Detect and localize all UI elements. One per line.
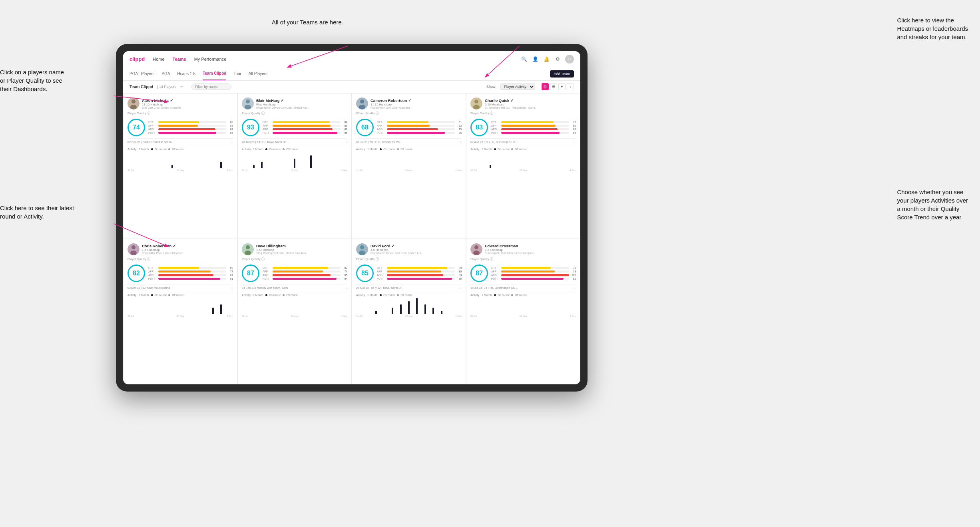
round-arrow[interactable]: → [573,140,576,144]
sub-nav-pgat[interactable]: PGAT Players [129,67,154,80]
quality-circle[interactable]: 93 [242,119,259,136]
sort-button[interactable]: ↕ [567,83,574,90]
chart-bar [275,298,282,314]
quality-section[interactable]: 93 OTT 84 APP 85 ARG 88 [242,119,347,136]
sub-nav-pga[interactable]: PGA [161,67,170,80]
round-arrow[interactable]: → [344,140,347,144]
player-info: Cameron Robertson ✓ 11-15 Handicap Royal… [370,98,462,109]
player-name[interactable]: Edward Crossman [485,244,576,248]
player-card[interactable]: Cameron Robertson ✓ 11-15 Handicap Royal… [352,93,466,239]
stat-bar-container-ott [387,267,455,269]
stat-row-app: APP 58 [148,124,233,127]
chart-bar [266,298,274,314]
sub-nav-hcaps[interactable]: Hcaps 1-5 [177,67,196,80]
chart-bar [168,152,176,168]
player-handicap: 6-10 Handicap [485,103,576,106]
quality-circle[interactable]: 87 [470,264,488,282]
svg-point-4 [246,99,250,103]
quality-section[interactable]: 87 OTT 73 APP 79 ARG 103 [470,264,576,282]
svg-point-10 [474,99,478,103]
player-name[interactable]: Dave Billingham [256,244,347,248]
svg-point-22 [474,245,478,249]
player-name[interactable]: Cameron Robertson ✓ [370,98,462,103]
quality-section[interactable]: 82 OTT 60 APP 77 ARG 81 [127,264,233,282]
search-icon[interactable]: 🔍 [520,56,528,63]
table-view-button[interactable]: ☰ [550,83,557,90]
latest-round[interactable]: 19 Jul 23 | 74 (+4), Sunningdale GC - Ol… [470,284,576,290]
player-card[interactable]: Charlie Quick ✓ 6-10 Handicap St. George… [466,93,580,239]
player-name[interactable]: Chris Robertson ✓ [142,244,233,248]
latest-round[interactable]: 26 Aug 23 | 73 (+1), Royal North Devon G… [242,138,347,144]
latest-round[interactable]: 03 Mar 23 | 19, Must make putting → [127,284,233,290]
stat-bar-app [387,270,441,272]
chart-bar [340,152,347,168]
player-header: David Ford ✓ 1-5 Handicap Royal North De… [356,243,462,255]
team-name: Team Clippd [129,85,153,89]
latest-round[interactable]: 26 Aug 23 | 84 (+12), Royal North Devon … [356,284,462,290]
latest-round[interactable]: 04 Sep 23 | Mobility with coach, Gym → [242,284,347,290]
player-name[interactable]: Aaron Nicholls ✓ [142,98,233,103]
player-name[interactable]: Blair McHarg ✓ [256,98,347,103]
user-icon[interactable]: 👤 [532,56,539,63]
sub-nav-all-players[interactable]: All Players [249,67,267,80]
nav-item-performance[interactable]: My Performance [194,57,227,62]
quality-circle[interactable]: 68 [356,119,374,136]
on-course-label: On course [155,294,167,296]
latest-round[interactable]: 07 Aug 23 | 77 (+7), St George's Hill GC… [470,138,576,144]
latest-round[interactable]: 02 Jul 23 | 59 (+17), Craigmillar Park G… [356,138,462,144]
stat-value-arg: 83 [456,274,462,276]
chart-bar [413,298,421,314]
quality-section[interactable]: 85 OTT 89 APP 80 ARG 83 [356,264,462,282]
player-name[interactable]: David Ford ✓ [370,244,462,248]
quality-circle[interactable]: 85 [356,264,374,282]
player-card[interactable]: Dave Billingham 1-5 Handicap Stag Maging… [237,239,352,385]
player-card[interactable]: Chris Robertson ✓ 1-5 Handicap Craigmill… [123,239,237,385]
show-select[interactable]: Player Activity [500,84,535,90]
player-card[interactable]: David Ford ✓ 1-5 Handicap Royal North De… [352,239,466,385]
stat-bar-ott [387,267,447,269]
avatar[interactable]: U [565,55,574,64]
grid-view-button[interactable]: ⊞ [542,83,549,90]
chart-bar [201,152,209,168]
settings-icon[interactable]: ⚙ [554,56,561,63]
quality-section[interactable]: 87 OTT 82 APP 74 ARG 85 [242,264,347,282]
round-arrow[interactable]: → [573,286,576,290]
quality-circle[interactable]: 82 [127,264,145,282]
chart-date: 4 Sep [227,169,233,171]
stat-row-ott: OTT 89 [377,266,462,269]
stat-row-arg: ARG 83 [491,128,576,131]
filter-input[interactable] [191,84,231,90]
stat-bar-arg [501,128,558,130]
player-name[interactable]: Charlie Quick ✓ [485,98,576,103]
quality-section[interactable]: 74 OTT 60 APP 58 ARG 84 [127,119,233,136]
nav-item-home[interactable]: Home [153,57,164,62]
player-card[interactable]: Blair McHarg ✓ Plus Handicap Royal North… [237,93,352,239]
quality-section[interactable]: 83 OTT 77 APP 80 ARG 83 [470,119,576,136]
chart-bar [511,152,519,168]
quality-circle[interactable]: 74 [127,119,145,136]
edit-team-icon[interactable]: ✏ [180,85,183,89]
nav-item-teams[interactable]: Teams [173,57,186,62]
player-card[interactable]: Edward Crossman 1-5 Handicap Sunningdale… [466,239,580,385]
activity-section: Activity · 1 Month On course Off course [127,292,233,317]
round-arrow[interactable]: → [458,140,462,144]
round-arrow[interactable]: → [344,286,347,290]
activity-header: Activity · 1 Month On course Off course [470,148,576,151]
sub-nav-tour[interactable]: Tour [233,67,241,80]
chart-bar-on [400,304,402,314]
add-team-button[interactable]: Add Team [550,70,574,78]
chart-bar [127,298,135,314]
player-card[interactable]: Aaron Nicholls ✓ 11-15 Handicap Drift Go… [123,93,237,239]
filter-button[interactable]: ▼ [558,83,566,90]
round-arrow[interactable]: → [230,140,233,144]
sub-nav-team-clippd[interactable]: Team Clippd [203,67,226,80]
stat-row-arg: ARG 103 [491,274,576,276]
quality-circle[interactable]: 87 [242,264,259,282]
quality-section[interactable]: 68 OTT 61 APP 63 ARG 75 [356,119,462,136]
bell-icon[interactable]: 🔔 [543,56,550,63]
on-course-dot [151,148,153,150]
round-arrow[interactable]: → [458,286,462,290]
round-arrow[interactable]: → [230,286,233,290]
latest-round[interactable]: 02 Sep 23 | Sunrise round to get back in… [127,138,233,144]
quality-circle[interactable]: 83 [470,119,488,136]
